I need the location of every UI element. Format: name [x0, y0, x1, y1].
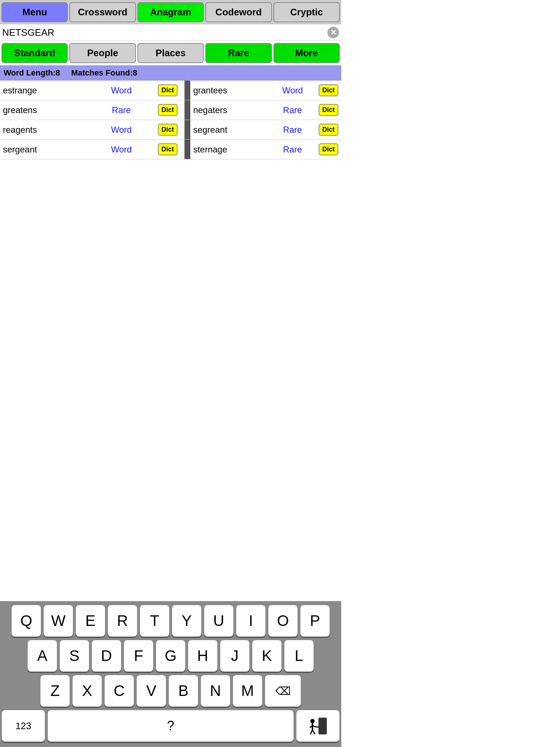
- word-cell: greatens: [0, 100, 92, 120]
- type-cell[interactable]: Word: [92, 81, 151, 100]
- divider: [184, 81, 190, 100]
- places-filter-button[interactable]: Places: [137, 43, 204, 63]
- dict2-cell: Dict: [316, 100, 341, 120]
- word-cell: sergeant: [0, 140, 92, 159]
- word2-cell: segreant: [190, 120, 269, 140]
- word2-cell: negaters: [190, 100, 269, 120]
- dict2-cell: Dict: [316, 120, 341, 140]
- type-cell[interactable]: Word: [92, 140, 151, 159]
- dict-cell: Dict: [151, 81, 184, 100]
- dict2-cell: Dict: [316, 81, 341, 100]
- standard-filter-button[interactable]: Standard: [1, 43, 68, 63]
- dict-cell: Dict: [151, 120, 184, 140]
- search-bar: ✕: [0, 24, 341, 41]
- menu-button[interactable]: Menu: [1, 2, 68, 22]
- word-cell: estrange: [0, 81, 92, 100]
- codeword-button[interactable]: Codeword: [205, 2, 272, 22]
- nav-bar: Menu Crossword Anagram Codeword Cryptic: [0, 0, 341, 24]
- type-cell[interactable]: Rare: [92, 100, 151, 120]
- type2-cell[interactable]: Rare: [269, 140, 316, 159]
- anagram-button[interactable]: Anagram: [137, 2, 204, 22]
- word-length-stat: Word Length:8: [4, 68, 60, 77]
- dict2-button[interactable]: Dict: [319, 143, 338, 155]
- search-input[interactable]: [2, 27, 327, 38]
- matches-stat: Matches Found:8: [71, 68, 137, 77]
- dict2-button[interactable]: Dict: [319, 104, 338, 116]
- table-row: reagents Word Dict segreant Rare Dict: [0, 120, 341, 140]
- type2-cell[interactable]: Rare: [269, 100, 316, 120]
- table-row: sergeant Word Dict sternage Rare Dict: [0, 140, 341, 159]
- divider: [184, 140, 190, 159]
- people-filter-button[interactable]: People: [69, 43, 136, 63]
- word-cell: reagents: [0, 120, 92, 140]
- rare-filter-button[interactable]: Rare: [205, 43, 272, 63]
- divider: [184, 120, 190, 140]
- more-filter-button[interactable]: More: [273, 43, 340, 63]
- clear-button[interactable]: ✕: [327, 27, 339, 38]
- filter-bar: Standard People Places Rare More: [0, 41, 341, 65]
- word2-cell: sternage: [190, 140, 269, 159]
- type-cell[interactable]: Word: [92, 120, 151, 140]
- dict-button[interactable]: Dict: [158, 143, 178, 155]
- stats-bar: Word Length:8 Matches Found:8: [0, 65, 341, 81]
- results-table: estrange Word Dict grantees Word Dict gr…: [0, 81, 341, 159]
- table-row: estrange Word Dict grantees Word Dict: [0, 81, 341, 100]
- word2-cell: grantees: [190, 81, 269, 100]
- type2-cell[interactable]: Word: [269, 81, 316, 100]
- dict-cell: Dict: [151, 140, 184, 159]
- dict-button[interactable]: Dict: [158, 104, 178, 116]
- dict2-button[interactable]: Dict: [319, 124, 338, 136]
- dict2-button[interactable]: Dict: [319, 84, 338, 96]
- type2-cell[interactable]: Rare: [269, 120, 316, 140]
- crossword-button[interactable]: Crossword: [69, 2, 136, 22]
- dict-cell: Dict: [151, 100, 184, 120]
- cryptic-button[interactable]: Cryptic: [273, 2, 340, 22]
- divider: [184, 100, 190, 120]
- dict-button[interactable]: Dict: [158, 124, 178, 136]
- dict-button[interactable]: Dict: [158, 84, 178, 96]
- table-row: greatens Rare Dict negaters Rare Dict: [0, 100, 341, 120]
- dict2-cell: Dict: [316, 140, 341, 159]
